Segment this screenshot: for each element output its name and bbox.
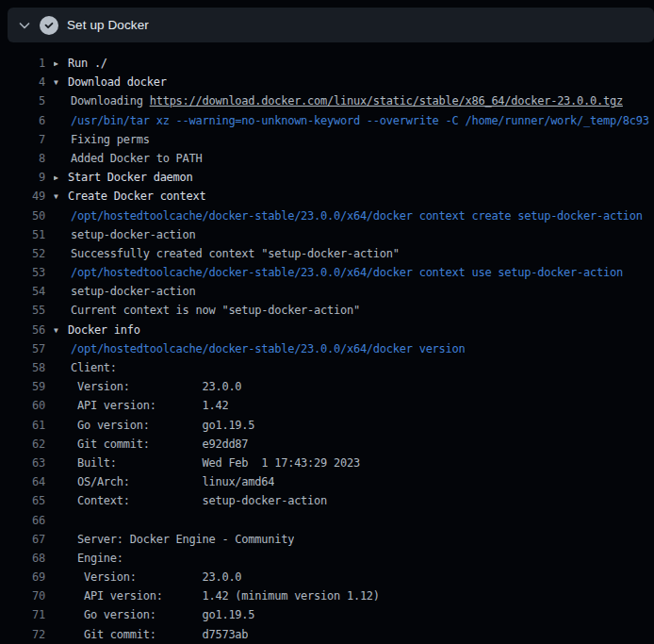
line-number[interactable]: 51	[0, 225, 45, 244]
log-line: 61 Go version: go1.19.5	[0, 416, 654, 435]
log-line: 52Successfully created context "setup-do…	[0, 244, 654, 263]
log-text: Git commit: e92dd87	[54, 435, 248, 454]
log-text: Engine:	[54, 549, 123, 568]
log-text: setup-docker-action	[54, 282, 196, 301]
line-number[interactable]: 57	[0, 339, 45, 358]
log-line: 8Added Docker to PATH	[0, 149, 654, 168]
line-number[interactable]: 50	[0, 206, 45, 225]
command-text: /opt/hostedtoolcache/docker-stable/23.0.…	[54, 263, 623, 282]
log-text: Go version: go1.19.5	[54, 605, 254, 624]
triangle-expanded-icon[interactable]: ▼	[54, 188, 63, 206]
log-line: 64 OS/Arch: linux/amd64	[0, 472, 654, 491]
log-text: Git commit: d7573ab	[54, 625, 248, 644]
line-number[interactable]: 56	[0, 321, 45, 339]
line-number[interactable]: 55	[0, 301, 45, 320]
line-number[interactable]: 71	[0, 605, 45, 624]
log-container: 1▶Run ./4▼Download docker5Downloading ht…	[0, 42, 654, 644]
line-number[interactable]: 72	[0, 625, 45, 644]
check-circle-icon	[40, 16, 58, 35]
log-group-header[interactable]: 9▶Start Docker daemon	[0, 168, 654, 187]
line-number[interactable]: 66	[0, 511, 45, 530]
step-header[interactable]: Set up Docker	[8, 8, 654, 42]
log-line: 60 API version: 1.42	[0, 396, 654, 415]
triangle-collapsed-icon[interactable]: ▶	[54, 55, 63, 74]
group-title: Run ./	[68, 57, 107, 70]
line-number[interactable]: 9	[0, 168, 45, 187]
log-line: 70 API version: 1.42 (minimum version 1.…	[0, 586, 654, 605]
log-text: Fixing perms	[54, 130, 150, 149]
log-line: 5Downloading https://download.docker.com…	[0, 91, 654, 110]
log-line: 6/usr/bin/tar xz --warning=no-unknown-ke…	[0, 111, 654, 130]
line-number[interactable]: 64	[0, 472, 45, 491]
log-group-header[interactable]: 49▼Create Docker context	[0, 187, 654, 206]
triangle-expanded-icon[interactable]: ▼	[54, 74, 63, 92]
command-text: /usr/bin/tar xz --warning=no-unknown-key…	[54, 111, 649, 130]
log-text: OS/Arch: linux/amd64	[54, 472, 274, 491]
command-text: /opt/hostedtoolcache/docker-stable/23.0.…	[54, 206, 643, 225]
triangle-collapsed-icon[interactable]: ▶	[54, 169, 63, 188]
command-text: /opt/hostedtoolcache/docker-stable/23.0.…	[54, 339, 465, 358]
log-text: Version: 23.0.0	[54, 568, 241, 586]
group-title: Start Docker daemon	[68, 171, 193, 184]
log-line: 50/opt/hostedtoolcache/docker-stable/23.…	[0, 206, 654, 225]
download-url-link[interactable]: https://download.docker.com/linux/static…	[150, 94, 623, 107]
group-title: Docker info	[68, 323, 140, 337]
log-text: setup-docker-action	[54, 225, 196, 244]
line-number[interactable]: 8	[0, 149, 45, 168]
log-text: Client:	[54, 358, 117, 377]
log-lines: 1▶Run ./4▼Download docker5Downloading ht…	[0, 54, 654, 644]
line-number[interactable]: 58	[0, 358, 45, 377]
log-text: Downloading https://download.docker.com/…	[54, 91, 623, 110]
log-group-header[interactable]: 1▶Run ./	[0, 54, 654, 73]
log-line: 62 Git commit: e92dd87	[0, 435, 654, 454]
log-line: 55Current context is now "setup-docker-a…	[0, 301, 654, 320]
log-line: 68 Engine:	[0, 549, 654, 568]
line-number[interactable]: 63	[0, 454, 45, 472]
group-title: Create Docker context	[68, 190, 205, 203]
log-line: 69 Version: 23.0.0	[0, 568, 654, 586]
line-number[interactable]: 69	[0, 568, 45, 586]
log-line: 58Client:	[0, 358, 654, 377]
line-number[interactable]: 59	[0, 377, 45, 396]
line-number[interactable]: 67	[0, 530, 45, 549]
log-text-prefix: Downloading	[71, 94, 150, 107]
log-line: 7Fixing perms	[0, 130, 654, 149]
log-line: 54setup-docker-action	[0, 282, 654, 301]
line-number[interactable]: 6	[0, 111, 45, 130]
line-number[interactable]: 5	[0, 91, 45, 110]
log-line: 57/opt/hostedtoolcache/docker-stable/23.…	[0, 339, 654, 358]
log-line: 53/opt/hostedtoolcache/docker-stable/23.…	[0, 263, 654, 282]
line-number[interactable]: 68	[0, 549, 45, 568]
log-line: 59 Version: 23.0.0	[0, 377, 654, 396]
group-title: Download docker	[68, 75, 167, 89]
log-text: Added Docker to PATH	[54, 149, 203, 168]
triangle-expanded-icon[interactable]: ▼	[54, 322, 63, 340]
line-number[interactable]: 54	[0, 282, 45, 301]
line-number[interactable]: 65	[0, 491, 45, 510]
line-number[interactable]: 60	[0, 396, 45, 415]
line-number[interactable]: 7	[0, 130, 45, 149]
step-title: Set up Docker	[67, 18, 149, 32]
log-text: Server: Docker Engine - Community	[54, 530, 294, 549]
chevron-down-icon[interactable]	[17, 18, 32, 33]
log-group-header[interactable]: 56▼Docker info	[0, 321, 654, 339]
log-line: 72 Git commit: d7573ab	[0, 625, 654, 644]
log-text: API version: 1.42 (minimum version 1.12)	[54, 586, 380, 605]
line-number[interactable]: 61	[0, 416, 45, 435]
line-number[interactable]: 62	[0, 435, 45, 454]
log-line: 71 Go version: go1.19.5	[0, 605, 654, 624]
log-text: Context: setup-docker-action	[54, 491, 327, 510]
log-line: 63 Built: Wed Feb 1 17:43:29 2023	[0, 454, 654, 472]
line-number[interactable]: 4	[0, 73, 45, 91]
line-number[interactable]: 1	[0, 54, 45, 73]
line-number[interactable]: 53	[0, 263, 45, 282]
log-line: 65 Context: setup-docker-action	[0, 491, 654, 510]
log-line: 66	[0, 511, 654, 530]
log-group-header[interactable]: 4▼Download docker	[0, 73, 654, 91]
line-number[interactable]: 49	[0, 187, 45, 206]
log-text: Go version: go1.19.5	[54, 416, 254, 435]
line-number[interactable]: 52	[0, 244, 45, 263]
log-text: Current context is now "setup-docker-act…	[54, 301, 360, 320]
log-text: Version: 23.0.0	[54, 377, 241, 396]
line-number[interactable]: 70	[0, 586, 45, 605]
